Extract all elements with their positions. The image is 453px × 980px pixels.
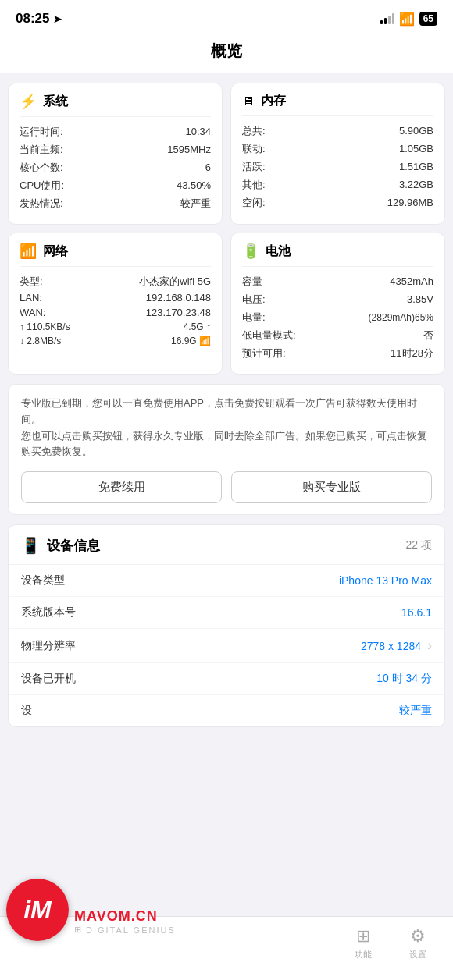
mavom-name: MAVOM.CN <box>74 908 176 925</box>
battery-row-2: 电量: (2829mAh)65% <box>242 311 433 325</box>
device-section-icon: 📱 <box>21 536 41 555</box>
memory-row-3: 其他: 3.22GB <box>242 178 433 192</box>
network-row-0: 类型: 小杰家的wifi 5G <box>20 275 211 289</box>
network-card-title: 网络 <box>43 243 68 260</box>
settings-label: 设置 <box>409 949 426 960</box>
device-row-type[interactable]: 设备类型 iPhone 13 Pro Max <box>9 565 444 597</box>
device-row-heat[interactable]: 设 较严重 <box>9 695 444 726</box>
nav-item-settings[interactable]: ⚙ 设置 <box>391 923 445 964</box>
battery-card-icon: 🔋 <box>242 243 259 260</box>
signal-icon <box>380 13 394 24</box>
wifi-card-icon: 📶 <box>20 243 37 260</box>
status-icons: 📶 65 <box>380 12 437 27</box>
system-row-0: 运行时间: 10:34 <box>20 125 211 139</box>
battery-row-0: 容量 4352mAh <box>242 275 433 289</box>
settings-icon: ⚙ <box>410 926 426 946</box>
time-display: 08:25 <box>16 11 49 27</box>
network-row-1: LAN: 192.168.0.148 <box>20 292 211 304</box>
system-card-title: 系统 <box>43 94 68 110</box>
battery-card-title: 电池 <box>266 243 291 260</box>
system-row-4: 发热情况: 较严重 <box>20 197 211 211</box>
page-title: 概览 <box>0 41 453 62</box>
network-row-2: WAN: 123.170.23.48 <box>20 307 211 318</box>
memory-card-header: 🖥 内存 <box>242 93 433 116</box>
location-icon: ➤ <box>53 13 62 25</box>
promo-buttons: 免费续用 购买专业版 <box>21 471 432 503</box>
network-row-4: ↓ 2.8MB/s 16.9G 📶 <box>20 336 211 346</box>
device-row-uptime[interactable]: 设备已开机 10 时 34 分 <box>9 663 444 695</box>
battery-indicator: 65 <box>419 12 437 26</box>
battery-card-header: 🔋 电池 <box>242 243 433 267</box>
status-bar: 08:25 ➤ 📶 65 <box>0 0 453 34</box>
device-header-left: 📱 设备信息 <box>21 536 100 555</box>
status-time: 08:25 ➤ <box>16 11 62 27</box>
system-row-2: 核心个数: 6 <box>20 161 211 175</box>
system-row-1: 当前主频: 1595MHz <box>20 143 211 157</box>
battery-row-4: 预计可用: 11时28分 <box>242 346 433 360</box>
device-section-header: 📱 设备信息 22 项 <box>9 525 444 565</box>
device-section-title: 设备信息 <box>47 537 100 555</box>
system-card-header: ⚡ 系统 <box>20 93 211 117</box>
system-row-3: CPU使用: 43.50% <box>20 179 211 193</box>
memory-row-2: 活跃: 1.51GB <box>242 160 433 174</box>
page-title-bar: 概览 <box>0 34 453 73</box>
memory-card: 🖥 内存 总共: 5.90GB 联动: 1.05GB 活跃: 1.51GB 其他… <box>230 83 445 225</box>
battery-card: 🔋 电池 容量 4352mAh 电压: 3.85V 电量: (2829mAh)6… <box>230 233 445 375</box>
function-icon: ⊞ <box>356 926 370 946</box>
battery-row-3: 低电量模式: 否 <box>242 328 433 343</box>
mavom-brand: MAVOM.CN ⊞ DIGITAL GENIUS <box>74 908 176 935</box>
device-info-section: 📱 设备信息 22 项 设备类型 iPhone 13 Pro Max 系统版本号… <box>8 524 445 727</box>
free-continue-button[interactable]: 免费续用 <box>21 471 222 503</box>
device-row-os[interactable]: 系统版本号 16.6.1 <box>9 597 444 629</box>
device-row-resolution[interactable]: 物理分辨率 2778 x 1284 <box>9 629 444 663</box>
bottom-nav: iM MAVOM.CN ⊞ DIGITAL GENIUS ⊞ 功能 ⚙ 设置 <box>0 916 453 980</box>
battery-row-1: 电压: 3.85V <box>242 293 433 307</box>
mavom-sub: ⊞ DIGITAL GENIUS <box>74 925 176 935</box>
im-logo: iM <box>6 879 69 941</box>
buy-pro-button[interactable]: 购买专业版 <box>231 471 432 503</box>
mavom-icon: ⊞ <box>74 925 83 935</box>
nav-item-function[interactable]: ⊞ 功能 <box>336 923 391 964</box>
network-card: 📶 网络 类型: 小杰家的wifi 5G LAN: 192.168.0.148 … <box>8 233 223 375</box>
memory-card-title: 内存 <box>261 93 286 109</box>
cards-grid: ⚡ 系统 运行时间: 10:34 当前主频: 1595MHz 核心个数: 6 C… <box>8 83 445 375</box>
memory-row-4: 空闲: 129.96MB <box>242 196 433 210</box>
memory-row-0: 总共: 5.90GB <box>242 124 433 138</box>
system-icon: ⚡ <box>20 93 37 110</box>
wifi-icon: 📶 <box>399 12 415 27</box>
device-count: 22 项 <box>406 538 432 552</box>
promo-section: 专业版已到期，您可以一直免费使用APP，点击免费按钮观看一次广告可获得数天使用时… <box>8 384 445 515</box>
network-card-header: 📶 网络 <box>20 243 211 267</box>
memory-row-1: 联动: 1.05GB <box>242 142 433 156</box>
main-content: ⚡ 系统 运行时间: 10:34 当前主频: 1595MHz 核心个数: 6 C… <box>0 73 453 816</box>
network-row-3: ↑ 110.5KB/s 4.5G ↑ <box>20 321 211 332</box>
promo-text: 专业版已到期，您可以一直免费使用APP，点击免费按钮观看一次广告可获得数天使用时… <box>21 396 432 460</box>
function-label: 功能 <box>355 949 372 960</box>
system-card: ⚡ 系统 运行时间: 10:34 当前主频: 1595MHz 核心个数: 6 C… <box>8 83 223 225</box>
memory-icon: 🖥 <box>242 94 255 108</box>
